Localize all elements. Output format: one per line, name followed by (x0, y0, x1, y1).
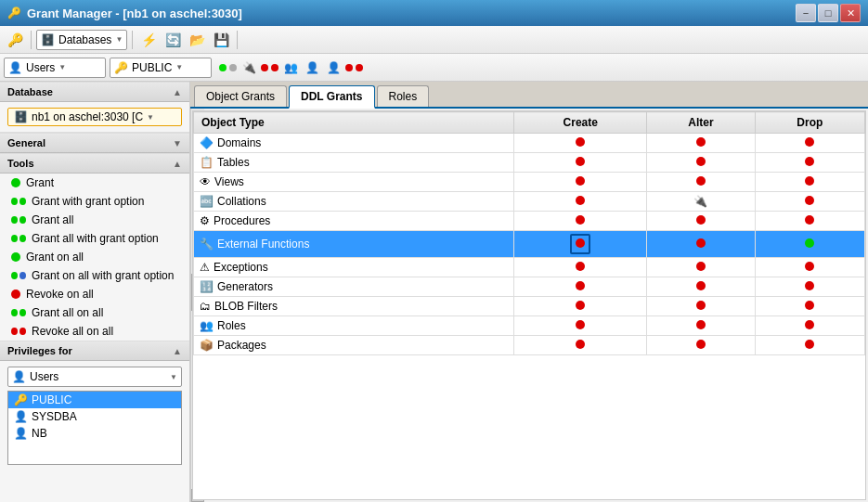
table-row[interactable]: ⚙Procedures (194, 212, 865, 231)
tab-object-grants[interactable]: Object Grants (194, 85, 287, 107)
status-dot (805, 176, 814, 186)
cell-alter (647, 258, 756, 277)
user3-btn[interactable]: 👤 (324, 58, 343, 77)
privileges-section: 👤 Users ▼ 🔑 PUBLIC 👤 SYSDBA 👤 N (0, 361, 189, 470)
cell-alter (647, 277, 756, 297)
cell-alter: 🔌 (647, 192, 756, 212)
status-dot (805, 238, 814, 248)
db-icon: 🗄️ (41, 33, 55, 46)
lightning-button[interactable]: ⚡ (137, 29, 160, 51)
status-dot (805, 320, 814, 329)
dual-green-dot-icon (11, 308, 26, 317)
app-icon: 🔑 (7, 6, 21, 19)
chevron-up-icon: ▲ (173, 159, 182, 169)
sidebar-item-grant-on-all-with-option[interactable]: Grant on all with grant option (0, 266, 189, 285)
connect-button[interactable]: 🔌 (240, 58, 258, 77)
table-row[interactable]: 🔧External Functions (194, 231, 865, 258)
minimize-button[interactable]: − (796, 4, 816, 22)
table-row[interactable]: 🗂BLOB Filters (194, 297, 865, 316)
status-dot (696, 238, 706, 248)
general-section-header[interactable]: General ▼ (0, 133, 189, 153)
cell-object-name: 👥Roles (194, 316, 514, 336)
users-label: Users (26, 61, 55, 74)
users-btn[interactable]: 👥 (281, 58, 300, 77)
status-dot-4 (271, 64, 279, 71)
cell-object-name: 🔧External Functions (194, 231, 514, 258)
open-button[interactable]: 📂 (186, 29, 208, 51)
close-button[interactable]: ✕ (840, 4, 861, 22)
public-dropdown[interactable]: 🔑 PUBLIC ▼ (110, 58, 212, 78)
tools-section-header[interactable]: Tools ▲ (0, 153, 189, 174)
chevron-down-icon: ▼ (147, 113, 154, 122)
table-row[interactable]: 🔢Generators (194, 277, 865, 297)
tools-label: Tools (7, 158, 34, 169)
priv-list-item-sysdba[interactable]: 👤 SYSDBA (8, 408, 181, 425)
priv-list-item-nb[interactable]: 👤 NB (8, 425, 181, 442)
priv-list-item-public[interactable]: 🔑 PUBLIC (8, 392, 181, 408)
users-dropdown[interactable]: 👤 Users ▼ (4, 58, 106, 78)
status-dot (576, 301, 585, 310)
privileges-section-header[interactable]: Privileges for ▲ (0, 341, 189, 361)
databases-dropdown[interactable]: 🗄️ Databases ▼ (36, 30, 127, 50)
cell-drop (755, 336, 864, 355)
table-icon: 📋 (200, 156, 214, 169)
cell-drop (755, 277, 864, 297)
sidebar-item-grant-all-on-all[interactable]: Grant all on all (0, 303, 189, 322)
sidebar-item-grant[interactable]: Grant (0, 174, 189, 192)
table-row[interactable]: 📦Packages (194, 336, 865, 355)
table-row[interactable]: 🔤Collations🔌 (194, 192, 865, 212)
table-row[interactable]: 📋Tables (194, 153, 865, 173)
sidebar-item-grant-all[interactable]: Grant all (0, 211, 189, 229)
grants-table-container: Object Type Create Alter Drop 🔷Domains📋T… (192, 110, 866, 500)
db-connection-selector[interactable]: 🗄️ nb1 on aschel:3030 [C ▼ (7, 108, 182, 126)
cell-drop (755, 231, 864, 258)
public-label: PUBLIC (132, 61, 172, 74)
status-dot (805, 196, 814, 205)
cell-alter (647, 173, 756, 192)
sidebar-item-grant-with-option[interactable]: Grant with grant option (0, 192, 189, 211)
status-dot (805, 301, 814, 310)
priv-label-public: PUBLIC (32, 393, 71, 406)
dual-green-dot-icon (11, 271, 26, 280)
sidebar: Database ▲ 🗄️ nb1 on aschel:3030 [C ▼ Ge… (0, 82, 190, 502)
collation-icon: 🔤 (200, 195, 214, 208)
chevron-down-icon: ▼ (115, 35, 123, 44)
window-title: Grant Manager - [nb1 on aschel:3030] (27, 6, 242, 20)
tab-roles[interactable]: Roles (377, 85, 430, 107)
save-button[interactable]: 💾 (210, 29, 232, 51)
sidebar-item-grant-on-all[interactable]: Grant on all (0, 248, 189, 266)
status-dot (696, 340, 706, 349)
database-section-header[interactable]: Database ▲ (0, 82, 189, 102)
privileges-dropdown[interactable]: 👤 Users ▼ (7, 367, 182, 387)
users2-btn[interactable]: 👤 (303, 58, 321, 77)
cell-create (514, 173, 647, 192)
table-row[interactable]: 🔷Domains (194, 134, 865, 153)
cell-object-name: ⚙Procedures (194, 212, 514, 231)
connection-status: 🔌 👥 👤 👤 (219, 58, 363, 77)
table-row[interactable]: 👁Views (194, 173, 865, 192)
chevron-up-icon: ▲ (173, 346, 182, 356)
cell-alter (647, 297, 756, 316)
user-icon: 👤 (14, 427, 28, 440)
databases-label: Databases (58, 33, 111, 46)
table-row[interactable]: 👥Roles (194, 316, 865, 336)
status-dot (696, 262, 706, 271)
sidebar-item-revoke-on-all[interactable]: Revoke on all (0, 285, 189, 303)
maximize-button[interactable]: □ (818, 4, 838, 22)
exception-icon: ⚠ (200, 261, 210, 274)
sidebar-item-revoke-all-on-all[interactable]: Revoke all on all (0, 322, 189, 341)
cell-object-name: 👁Views (194, 173, 514, 192)
sidebar-item-grant-all-with-option[interactable]: Grant all with grant option (0, 229, 189, 248)
cell-alter (647, 336, 756, 355)
status-dot (576, 176, 585, 186)
role-icon: 👥 (200, 319, 214, 332)
status-dot (696, 137, 706, 147)
status-dot (805, 215, 814, 225)
app-icon-btn[interactable]: 🔑 (4, 29, 26, 51)
cell-object-name: 🔢Generators (194, 277, 514, 297)
tab-ddl-grants[interactable]: DDL Grants (289, 85, 374, 109)
grant-all-on-all-label: Grant all on all (32, 306, 103, 319)
refresh-button[interactable]: 🔄 (162, 29, 184, 51)
table-row[interactable]: ⚠Exceptions (194, 258, 865, 277)
status-dot-3 (261, 64, 268, 71)
